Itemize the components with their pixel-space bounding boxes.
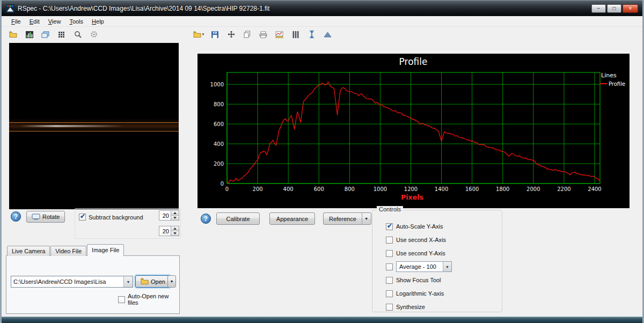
minimize-button[interactable]: − xyxy=(591,4,606,13)
label-use-second-x-axis: Use second X-Axis xyxy=(396,237,446,243)
image-file-panel: C:\Users\Andrew\CCD Images\Lisa ▼ Open ▼… xyxy=(6,255,180,314)
menu-help[interactable]: Help xyxy=(87,17,108,26)
background-bottom-spin-buttons xyxy=(171,226,179,236)
checkbox-auto-scale-y-axis[interactable] xyxy=(386,223,393,230)
background-top-value[interactable] xyxy=(159,210,171,221)
open-options-button[interactable]: ▼ xyxy=(167,275,176,288)
chart-xlabel: Pixels xyxy=(401,193,423,201)
tab-image-file[interactable]: Image File xyxy=(87,244,124,256)
chevron-down-icon[interactable]: ▼ xyxy=(123,276,133,287)
tab-live-camera[interactable]: Live Camera xyxy=(7,246,50,256)
checkbox-synthesize[interactable] xyxy=(386,304,393,311)
open-button[interactable]: Open xyxy=(135,275,171,288)
spin-up-icon xyxy=(173,227,177,230)
x-tick-label: 1000 xyxy=(374,186,387,192)
combo-average-100[interactable]: Average - 100▼ xyxy=(396,261,452,272)
x-tick-label: 2200 xyxy=(557,186,570,192)
help-button-right[interactable]: ? xyxy=(201,214,211,224)
open-file-button[interactable] xyxy=(7,28,19,41)
menu-tools[interactable]: Tools xyxy=(65,17,87,26)
auto-open-checkbox[interactable] xyxy=(118,296,125,303)
spectrum-selection-line-bottom[interactable] xyxy=(9,131,179,131)
open-folder-icon xyxy=(141,278,149,285)
rotate-icon xyxy=(32,214,40,220)
open-profile-icon: ▼ xyxy=(193,31,205,38)
settings-button[interactable] xyxy=(87,28,100,41)
profile-plot-svg[interactable]: 0200400600800100012001400160018002000220… xyxy=(197,54,630,208)
print-icon xyxy=(259,31,267,38)
title-bar[interactable]: RSpec - C:\Users\Andrew\CCD Images\Lisa\… xyxy=(2,0,642,16)
x-tick-label: 800 xyxy=(345,186,355,192)
file-path-combobox[interactable]: C:\Users\Andrew\CCD Images\Lisa ▼ xyxy=(11,276,133,288)
label-synthesize: Synthesize xyxy=(396,304,425,310)
spin-up-button[interactable] xyxy=(171,226,179,231)
x-tick-label: 200 xyxy=(253,186,263,192)
spin-down-button[interactable] xyxy=(171,216,179,221)
chevron-down-icon[interactable]: ▼ xyxy=(443,262,451,271)
fit-vertical-button[interactable] xyxy=(305,28,318,41)
minimize-icon: − xyxy=(597,5,601,11)
profile-line xyxy=(227,82,601,183)
background-bottom-value[interactable] xyxy=(159,226,171,236)
copy-image-button[interactable] xyxy=(39,28,52,41)
rotate-button[interactable]: Rotate xyxy=(26,211,65,223)
calibrate-button[interactable]: Calibrate xyxy=(216,212,260,225)
copy-button[interactable] xyxy=(241,28,253,41)
measure-button[interactable] xyxy=(273,28,286,41)
checkbox-average-100[interactable] xyxy=(386,263,393,270)
file-path-value: C:\Users\Andrew\CCD Images\Lisa xyxy=(11,278,123,285)
maximize-button[interactable]: □ xyxy=(607,4,621,13)
print-button[interactable] xyxy=(257,28,269,41)
x-tick-label: 1800 xyxy=(496,186,509,192)
baseline-button[interactable] xyxy=(321,28,334,41)
open-profile-button[interactable]: ▼ xyxy=(193,28,205,41)
rspec-window: RSpec - C:\Users\Andrew\CCD Images\Lisa\… xyxy=(0,0,644,323)
spin-up-icon xyxy=(173,212,177,214)
auto-open-label: Auto-Open new files xyxy=(128,293,179,306)
columns-button[interactable] xyxy=(289,28,302,41)
menu-view[interactable]: View xyxy=(44,17,65,26)
checkbox-use-second-y-axis[interactable] xyxy=(386,250,393,257)
x-tick-label: 0 xyxy=(225,186,229,192)
reference-button[interactable]: Reference ▼ xyxy=(323,212,371,225)
y-tick-label: 1000 xyxy=(210,82,224,87)
close-icon: × xyxy=(629,5,632,11)
crosshair-button[interactable] xyxy=(225,28,237,41)
label-auto-scale-y-axis: Auto-Scale Y-Axis xyxy=(396,223,443,230)
menu-bar: FileEditViewToolsHelp xyxy=(2,16,642,27)
help-button-left[interactable]: ? xyxy=(11,211,21,222)
pixel-grid-button[interactable] xyxy=(55,28,68,41)
spin-down-button[interactable] xyxy=(171,231,179,236)
subtract-background-row[interactable]: Subtract background xyxy=(79,214,143,221)
rotate-label: Rotate xyxy=(42,214,60,220)
menu-file[interactable]: File xyxy=(7,17,25,26)
checkbox-show-focus-tool[interactable] xyxy=(386,277,393,284)
tab-video-file[interactable]: Video File xyxy=(50,246,86,256)
image-preview[interactable] xyxy=(9,43,179,209)
controls-list: Auto-Scale Y-AxisUse second X-AxisUse se… xyxy=(372,210,502,312)
label-logarithmic-y-axis: Logarithmic Y-axis xyxy=(396,290,444,297)
image-histogram-button[interactable] xyxy=(23,28,35,41)
y-tick-label: 600 xyxy=(214,121,224,127)
controls-group-title: Controls xyxy=(377,206,403,212)
label-use-second-y-axis: Use second Y-Axis xyxy=(396,250,445,256)
auto-open-row[interactable]: Auto-Open new files xyxy=(118,293,179,306)
control-row-synthesize: Synthesize xyxy=(386,302,497,312)
zoom-icon xyxy=(74,31,82,38)
combo-value: Average - 100 xyxy=(397,263,443,270)
spectrum-selection-line-top[interactable] xyxy=(9,122,179,123)
spin-up-button[interactable] xyxy=(171,211,179,216)
subtract-background-label: Subtract background xyxy=(89,214,143,221)
checkbox-use-second-x-axis[interactable] xyxy=(386,237,393,244)
menu-edit[interactable]: Edit xyxy=(25,17,44,26)
save-button[interactable] xyxy=(209,28,221,41)
close-button[interactable]: × xyxy=(623,4,638,13)
x-tick-label: 2400 xyxy=(588,186,601,192)
subtract-background-checkbox[interactable] xyxy=(79,214,86,221)
profile-chart[interactable]: 0200400600800100012001400160018002000220… xyxy=(197,54,630,208)
copy-icon xyxy=(244,31,251,38)
checkbox-logarithmic-y-axis[interactable] xyxy=(386,290,393,297)
zoom-button[interactable] xyxy=(71,28,84,41)
chevron-down-icon[interactable]: ▼ xyxy=(362,213,371,224)
appearance-button[interactable]: Appearance xyxy=(269,212,315,225)
